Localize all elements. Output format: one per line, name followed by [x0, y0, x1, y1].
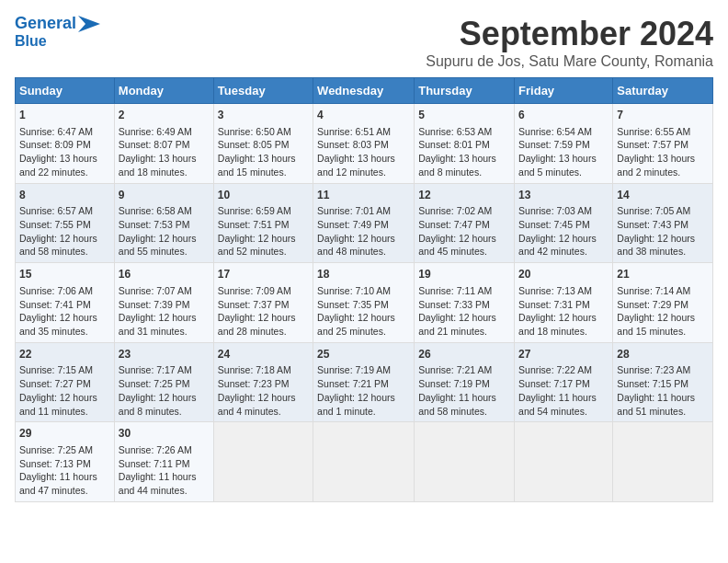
sunrise-text: Sunrise: 7:18 AM [218, 364, 291, 375]
calendar-cell [415, 422, 515, 502]
daylight-text: Daylight: 13 hours and 12 minutes. [317, 153, 395, 178]
calendar-cell: 11Sunrise: 7:01 AMSunset: 7:49 PMDayligh… [313, 183, 415, 263]
sunrise-text: Sunrise: 7:22 AM [518, 364, 592, 375]
sunset-text: Sunset: 7:55 PM [19, 219, 91, 230]
daylight-text: Daylight: 12 hours and 58 minutes. [19, 233, 97, 258]
svg-marker-0 [78, 16, 100, 32]
calendar-cell: 18Sunrise: 7:10 AMSunset: 7:35 PMDayligh… [313, 263, 415, 343]
calendar-cell: 30Sunrise: 7:26 AMSunset: 7:11 PMDayligh… [114, 422, 213, 502]
sunrise-text: Sunrise: 7:10 AM [317, 285, 391, 296]
day-number: 30 [119, 426, 210, 442]
sunset-text: Sunset: 7:33 PM [418, 299, 490, 310]
col-friday: Friday [515, 78, 613, 104]
title-block: September 2024 Supuru de Jos, Satu Mare … [426, 15, 713, 70]
sunset-text: Sunset: 8:03 PM [317, 139, 389, 150]
sunrise-text: Sunrise: 7:25 AM [19, 444, 93, 455]
header-row: Sunday Monday Tuesday Wednesday Thursday… [16, 78, 713, 104]
daylight-text: Daylight: 12 hours and 25 minutes. [317, 312, 395, 337]
calendar-cell [613, 422, 713, 502]
sunset-text: Sunset: 7:29 PM [617, 299, 688, 310]
day-number: 11 [317, 188, 410, 203]
sunrise-text: Sunrise: 7:03 AM [518, 205, 592, 216]
sunset-text: Sunset: 7:21 PM [317, 378, 389, 389]
day-number: 19 [418, 267, 510, 282]
calendar-cell: 3Sunrise: 6:50 AMSunset: 8:05 PMDaylight… [213, 104, 313, 184]
daylight-text: Daylight: 12 hours and 35 minutes. [19, 312, 97, 337]
calendar-week-row: 8Sunrise: 6:57 AMSunset: 7:55 PMDaylight… [16, 183, 713, 263]
calendar-cell: 19Sunrise: 7:11 AMSunset: 7:33 PMDayligh… [415, 263, 515, 343]
daylight-text: Daylight: 12 hours and 38 minutes. [617, 233, 695, 258]
daylight-text: Daylight: 12 hours and 48 minutes. [317, 233, 395, 258]
sunrise-text: Sunrise: 7:11 AM [418, 285, 492, 296]
col-thursday: Thursday [415, 78, 515, 104]
logo-subtext: Blue [15, 33, 47, 50]
day-number: 20 [518, 267, 609, 282]
day-number: 2 [119, 108, 210, 123]
sunset-text: Sunset: 7:27 PM [19, 378, 91, 389]
calendar-cell: 24Sunrise: 7:18 AMSunset: 7:23 PMDayligh… [213, 342, 313, 422]
calendar-cell: 13Sunrise: 7:03 AMSunset: 7:45 PMDayligh… [515, 183, 613, 263]
sunset-text: Sunset: 7:13 PM [19, 458, 91, 469]
col-sunday: Sunday [16, 78, 115, 104]
calendar-cell: 5Sunrise: 6:53 AMSunset: 8:01 PMDaylight… [415, 104, 515, 184]
sunrise-text: Sunrise: 7:09 AM [218, 285, 291, 296]
calendar-cell: 25Sunrise: 7:19 AMSunset: 7:21 PMDayligh… [313, 342, 415, 422]
calendar-cell: 14Sunrise: 7:05 AMSunset: 7:43 PMDayligh… [613, 183, 713, 263]
day-number: 5 [418, 108, 510, 123]
sunrise-text: Sunrise: 7:05 AM [617, 205, 690, 216]
calendar-week-row: 29Sunrise: 7:25 AMSunset: 7:13 PMDayligh… [16, 422, 713, 502]
sunset-text: Sunset: 7:47 PM [418, 219, 490, 230]
sunrise-text: Sunrise: 6:58 AM [119, 205, 192, 216]
calendar-cell: 9Sunrise: 6:58 AMSunset: 7:53 PMDaylight… [114, 183, 213, 263]
sunset-text: Sunset: 7:53 PM [119, 219, 190, 230]
daylight-text: Daylight: 13 hours and 5 minutes. [518, 153, 597, 178]
day-number: 21 [617, 267, 709, 282]
calendar-week-row: 1Sunrise: 6:47 AMSunset: 8:09 PMDaylight… [16, 104, 713, 184]
day-number: 28 [617, 347, 709, 362]
calendar-cell: 28Sunrise: 7:23 AMSunset: 7:15 PMDayligh… [613, 342, 713, 422]
sunrise-text: Sunrise: 6:49 AM [119, 126, 192, 137]
day-number: 3 [218, 108, 309, 123]
daylight-text: Daylight: 12 hours and 1 minute. [317, 392, 395, 417]
calendar-cell: 8Sunrise: 6:57 AMSunset: 7:55 PMDaylight… [16, 183, 115, 263]
sunrise-text: Sunrise: 7:21 AM [418, 364, 492, 375]
sunset-text: Sunset: 8:09 PM [19, 139, 91, 150]
day-number: 10 [218, 188, 309, 203]
day-number: 18 [317, 267, 410, 282]
day-number: 6 [518, 108, 609, 123]
sunset-text: Sunset: 7:41 PM [19, 299, 91, 310]
calendar-cell: 17Sunrise: 7:09 AMSunset: 7:37 PMDayligh… [213, 263, 313, 343]
calendar-cell: 22Sunrise: 7:15 AMSunset: 7:27 PMDayligh… [16, 342, 115, 422]
col-wednesday: Wednesday [313, 78, 415, 104]
calendar-cell: 16Sunrise: 7:07 AMSunset: 7:39 PMDayligh… [114, 263, 213, 343]
calendar-cell: 4Sunrise: 6:51 AMSunset: 8:03 PMDaylight… [313, 104, 415, 184]
sunrise-text: Sunrise: 6:55 AM [617, 126, 690, 137]
daylight-text: Daylight: 11 hours and 51 minutes. [617, 392, 695, 417]
day-number: 4 [317, 108, 410, 123]
sunset-text: Sunset: 8:07 PM [119, 139, 190, 150]
daylight-text: Daylight: 12 hours and 18 minutes. [518, 312, 597, 337]
day-number: 23 [119, 347, 210, 362]
daylight-text: Daylight: 12 hours and 8 minutes. [119, 392, 197, 417]
sunset-text: Sunset: 7:51 PM [218, 219, 290, 230]
sunrise-text: Sunrise: 7:14 AM [617, 285, 690, 296]
sunset-text: Sunset: 7:39 PM [119, 299, 190, 310]
day-number: 17 [218, 267, 309, 282]
calendar-cell [213, 422, 313, 502]
sunrise-text: Sunrise: 6:54 AM [518, 126, 592, 137]
sunrise-text: Sunrise: 7:07 AM [119, 285, 192, 296]
calendar-week-row: 15Sunrise: 7:06 AMSunset: 7:41 PMDayligh… [16, 263, 713, 343]
calendar-cell [515, 422, 613, 502]
day-number: 27 [518, 347, 609, 362]
sunrise-text: Sunrise: 6:53 AM [418, 126, 492, 137]
calendar-cell: 1Sunrise: 6:47 AMSunset: 8:09 PMDaylight… [16, 104, 115, 184]
sunrise-text: Sunrise: 7:06 AM [19, 285, 93, 296]
sunset-text: Sunset: 7:31 PM [518, 299, 590, 310]
calendar-cell: 2Sunrise: 6:49 AMSunset: 8:07 PMDaylight… [114, 104, 213, 184]
sunset-text: Sunset: 7:15 PM [617, 378, 688, 389]
sunset-text: Sunset: 7:57 PM [617, 139, 688, 150]
daylight-text: Daylight: 12 hours and 52 minutes. [218, 233, 296, 258]
calendar-week-row: 22Sunrise: 7:15 AMSunset: 7:27 PMDayligh… [16, 342, 713, 422]
daylight-text: Daylight: 12 hours and 15 minutes. [617, 312, 695, 337]
calendar-cell [313, 422, 415, 502]
